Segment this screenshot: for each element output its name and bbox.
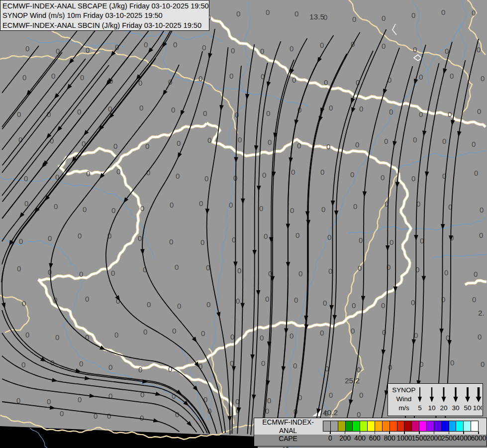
svg-text:0: 0 <box>204 174 208 183</box>
cape-legend: ECMWF-INDEX-ANAL CAPE J/kg 0200400600800… <box>254 418 487 447</box>
svg-text:0: 0 <box>21 360 25 369</box>
wind-speed-label: 50 <box>464 404 471 412</box>
svg-text:0: 0 <box>169 237 173 246</box>
svg-text:0: 0 <box>140 414 144 422</box>
svg-text:0: 0 <box>355 140 359 149</box>
svg-text:0: 0 <box>445 47 449 55</box>
cape-color-cell <box>412 421 419 431</box>
svg-text:0: 0 <box>206 300 210 309</box>
svg-text:0: 0 <box>207 407 211 415</box>
svg-text:0: 0 <box>172 327 176 335</box>
svg-text:0: 0 <box>321 205 325 214</box>
svg-text:0: 0 <box>444 268 448 277</box>
svg-text:0: 0 <box>108 363 112 371</box>
cape-color-cell <box>360 421 368 431</box>
svg-text:0: 0 <box>198 74 202 83</box>
svg-text:0: 0 <box>238 135 242 144</box>
svg-text:0: 0 <box>230 333 234 341</box>
cape-color-cell <box>331 421 338 431</box>
wind-speed-label: 30 <box>452 404 459 412</box>
svg-text:0: 0 <box>144 40 148 49</box>
svg-text:0: 0 <box>441 8 445 16</box>
svg-text:0: 0 <box>358 264 362 272</box>
cape-color-cell <box>434 421 442 431</box>
cape-color-cell <box>390 421 397 431</box>
svg-text:0: 0 <box>199 199 203 208</box>
svg-text:0: 0 <box>235 111 239 119</box>
svg-text:0: 0 <box>22 73 26 82</box>
svg-text:0: 0 <box>294 9 298 18</box>
svg-text:0: 0 <box>472 8 476 17</box>
svg-text:0: 0 <box>79 359 83 368</box>
svg-text:0: 0 <box>359 391 363 399</box>
wind-speed-label: 20 <box>440 404 447 412</box>
svg-text:0: 0 <box>143 328 147 336</box>
svg-text:0: 0 <box>357 365 361 374</box>
title-box: ECMWF-INDEX-ANAL SBCAPE (J/kg) Friday 03… <box>0 0 209 31</box>
svg-text:40.2: 40.2 <box>323 408 338 417</box>
svg-text:0: 0 <box>352 15 356 23</box>
cape-scale-tick <box>375 432 376 434</box>
svg-text:0: 0 <box>382 42 386 50</box>
svg-text:0: 0 <box>328 267 332 275</box>
svg-text:0: 0 <box>329 391 333 399</box>
title-line-wind: SYNOP Wind (m/s) 10m Friday 03-10-2025 1… <box>2 11 209 20</box>
map-background <box>0 0 487 448</box>
svg-text:0: 0 <box>267 396 271 405</box>
svg-text:0: 0 <box>201 329 205 337</box>
svg-text:0: 0 <box>48 268 52 276</box>
svg-text:0: 0 <box>480 206 484 214</box>
svg-text:0: 0 <box>442 137 446 145</box>
svg-text:0: 0 <box>298 269 302 278</box>
svg-text:0: 0 <box>171 106 175 114</box>
svg-text:0: 0 <box>481 360 485 368</box>
svg-text:0: 0 <box>83 205 87 214</box>
svg-text:0: 0 <box>113 142 117 150</box>
cape-scale-tick <box>404 432 405 434</box>
svg-text:0: 0 <box>55 333 59 341</box>
svg-text:0: 0 <box>297 141 301 150</box>
title-line-sbcin: ECMWF-INDEX-ANAL SBCIN (J/kg) Friday 03-… <box>2 21 209 30</box>
svg-text:0: 0 <box>381 173 385 182</box>
svg-text:0: 0 <box>236 297 240 305</box>
cape-scale-label: 4000 <box>456 435 472 442</box>
svg-text:0: 0 <box>79 270 83 278</box>
cape-color-cell <box>323 421 331 431</box>
svg-text:0: 0 <box>86 169 90 178</box>
svg-text:0: 0 <box>295 231 299 239</box>
svg-text:0: 0 <box>419 110 423 118</box>
svg-text:0: 0 <box>265 295 269 303</box>
svg-text:0: 0 <box>17 110 21 118</box>
cape-color-cell <box>383 421 390 431</box>
cape-color-cell <box>346 421 353 431</box>
svg-text:0: 0 <box>78 231 82 240</box>
svg-text:0: 0 <box>290 206 294 215</box>
svg-text:0: 0 <box>202 43 206 52</box>
svg-text:0: 0 <box>175 263 179 271</box>
svg-text:0: 0 <box>47 397 51 406</box>
cape-scale-label: 400 <box>354 435 366 442</box>
wind-speed-label: 100 <box>473 404 482 412</box>
cape-legend-title: ECMWF-INDEX-ANAL CAPE J/kg <box>255 419 321 448</box>
wind-arrow-head <box>476 397 482 402</box>
svg-text:0: 0 <box>173 40 177 49</box>
svg-text:0: 0 <box>294 296 298 304</box>
wind-arrow-head <box>442 397 446 402</box>
svg-text:0: 0 <box>25 44 29 53</box>
svg-text:0: 0 <box>323 299 327 307</box>
svg-text:0: 0 <box>77 108 81 116</box>
svg-text:0: 0 <box>145 142 149 150</box>
svg-text:0: 0 <box>474 169 478 177</box>
wind-arrow-head <box>465 397 470 402</box>
svg-text:0: 0 <box>207 136 211 144</box>
svg-text:0: 0 <box>24 199 28 208</box>
cape-scale-tick <box>478 432 479 434</box>
svg-text:0: 0 <box>293 361 297 370</box>
map-canvas: 0000000000000000000000000000000000000000… <box>0 0 487 448</box>
svg-text:0: 0 <box>448 110 452 118</box>
svg-text:0: 0 <box>139 104 143 112</box>
svg-text:0: 0 <box>86 46 90 54</box>
svg-text:0: 0 <box>19 237 23 245</box>
svg-text:0: 0 <box>266 8 270 16</box>
svg-text:0: 0 <box>290 44 293 53</box>
